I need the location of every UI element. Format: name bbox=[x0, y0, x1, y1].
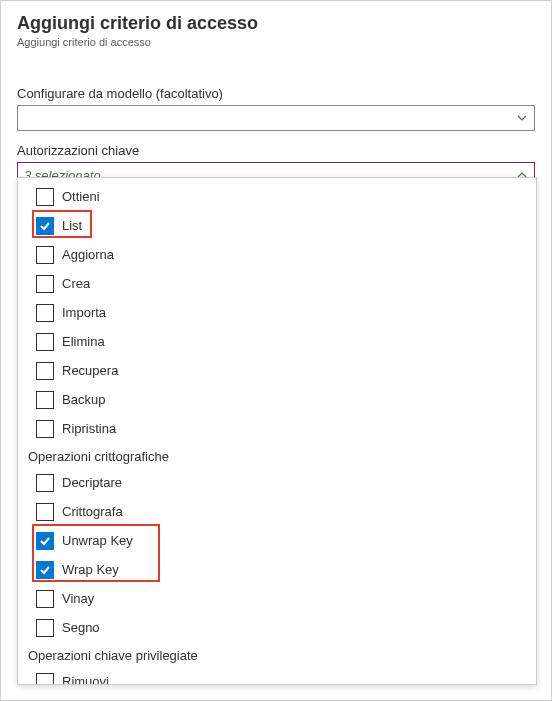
checkbox-unchecked-icon bbox=[36, 246, 54, 264]
checkbox-checked-icon bbox=[36, 561, 54, 579]
option-label: Crittografa bbox=[62, 504, 123, 519]
option-elimina[interactable]: Elimina bbox=[18, 327, 536, 356]
option-label: Crea bbox=[62, 276, 90, 291]
option-label: Elimina bbox=[62, 334, 105, 349]
key-perms-dropdown: Ottieni List Aggiorna Crea Importa Elimi… bbox=[17, 177, 537, 685]
option-unwrap-key[interactable]: Unwrap Key bbox=[18, 526, 536, 555]
template-select[interactable] bbox=[17, 105, 535, 131]
checkbox-unchecked-icon bbox=[36, 503, 54, 521]
checkbox-unchecked-icon bbox=[36, 673, 54, 685]
option-list[interactable]: List bbox=[18, 211, 536, 240]
option-label: Ottieni bbox=[62, 189, 100, 204]
checkbox-checked-icon bbox=[36, 532, 54, 550]
option-crittografa[interactable]: Crittografa bbox=[18, 497, 536, 526]
option-crea[interactable]: Crea bbox=[18, 269, 536, 298]
option-importa[interactable]: Importa bbox=[18, 298, 536, 327]
option-ripristina[interactable]: Ripristina bbox=[18, 414, 536, 443]
checkbox-unchecked-icon bbox=[36, 420, 54, 438]
checkbox-unchecked-icon bbox=[36, 275, 54, 293]
option-label: Wrap Key bbox=[62, 562, 119, 577]
panel-header: Aggiungi criterio di accesso Aggiungi cr… bbox=[1, 1, 551, 54]
dropdown-scroll[interactable]: Ottieni List Aggiorna Crea Importa Elimi… bbox=[18, 178, 536, 684]
page-subtitle: Aggiungi criterio di accesso bbox=[17, 36, 535, 48]
chevron-down-icon bbox=[516, 112, 528, 124]
option-aggiorna[interactable]: Aggiorna bbox=[18, 240, 536, 269]
checkbox-unchecked-icon bbox=[36, 619, 54, 637]
checkbox-unchecked-icon bbox=[36, 590, 54, 608]
page-title: Aggiungi criterio di accesso bbox=[17, 13, 535, 34]
option-label: Decriptare bbox=[62, 475, 122, 490]
group-crypto-label: Operazioni crittografiche bbox=[18, 443, 536, 468]
option-rimuovi[interactable]: Rimuovi bbox=[18, 667, 536, 684]
template-field-label: Configurare da modello (facoltativo) bbox=[17, 86, 535, 101]
key-perms-label: Autorizzazioni chiave bbox=[17, 143, 535, 158]
checkbox-unchecked-icon bbox=[36, 474, 54, 492]
option-backup[interactable]: Backup bbox=[18, 385, 536, 414]
option-label: Importa bbox=[62, 305, 106, 320]
checkbox-unchecked-icon bbox=[36, 362, 54, 380]
group-privileged-label: Operazioni chiave privilegiate bbox=[18, 642, 536, 667]
option-label: Aggiorna bbox=[62, 247, 114, 262]
option-label: Unwrap Key bbox=[62, 533, 133, 548]
checkbox-unchecked-icon bbox=[36, 391, 54, 409]
option-label: Vinay bbox=[62, 591, 94, 606]
option-vinay[interactable]: Vinay bbox=[18, 584, 536, 613]
option-decriptare[interactable]: Decriptare bbox=[18, 468, 536, 497]
option-recupera[interactable]: Recupera bbox=[18, 356, 536, 385]
option-label: Recupera bbox=[62, 363, 118, 378]
checkbox-unchecked-icon bbox=[36, 333, 54, 351]
option-wrap-key[interactable]: Wrap Key bbox=[18, 555, 536, 584]
checkbox-unchecked-icon bbox=[36, 188, 54, 206]
option-label: Ripristina bbox=[62, 421, 116, 436]
option-label: Segno bbox=[62, 620, 100, 635]
option-ottieni[interactable]: Ottieni bbox=[18, 182, 536, 211]
option-label: Backup bbox=[62, 392, 105, 407]
checkbox-unchecked-icon bbox=[36, 304, 54, 322]
checkbox-checked-icon bbox=[36, 217, 54, 235]
option-label: List bbox=[62, 218, 82, 233]
option-label: Rimuovi bbox=[62, 674, 109, 684]
option-segno[interactable]: Segno bbox=[18, 613, 536, 642]
template-field-section: Configurare da modello (facoltativo) bbox=[1, 80, 551, 137]
